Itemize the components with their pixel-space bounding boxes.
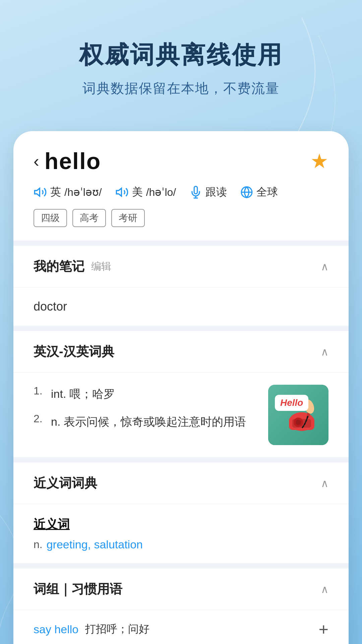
word-header: ‹ hello ★ 英 /həˈləʊ/ [13, 131, 349, 240]
dictionary-header[interactable]: 英汉-汉英词典 ∧ [13, 331, 349, 373]
follow-read-button[interactable]: 跟读 [189, 185, 227, 200]
dict-def-2: n. 表示问候，惊奇或唤起注意时的用语 [51, 413, 246, 431]
global-button[interactable]: 全球 [240, 185, 278, 200]
phrases-section: 词组｜习惯用语 ∧ say hello 打招呼；问好 + hello every… [13, 569, 349, 644]
dict-num-1: 1. [34, 385, 47, 397]
tags-row: 四级 高考 考研 [34, 209, 328, 227]
notes-body: doctor [13, 287, 349, 326]
tag-gaokao: 高考 [72, 209, 106, 227]
synonyms-chevron: ∧ [321, 477, 328, 490]
synonyms-section: 近义词词典 ∧ 近义词 n. greeting, salutation [13, 463, 349, 563]
american-phonetic: /həˈlo/ [146, 186, 176, 199]
synonyms-header[interactable]: 近义词词典 ∧ [13, 463, 349, 504]
speaker-icon-british [34, 185, 47, 199]
back-button[interactable]: ‹ [34, 153, 39, 169]
synonyms-group-label: 近义词 [34, 516, 328, 533]
american-label: 美 [132, 185, 143, 200]
global-label: 全球 [256, 185, 278, 200]
notes-title: 我的笔记 [34, 258, 84, 275]
dictionary-chevron: ∧ [321, 345, 328, 358]
mic-icon [189, 186, 202, 199]
phrases-chevron: ∧ [321, 583, 328, 596]
notes-edit-button[interactable]: 编辑 [91, 260, 111, 273]
my-notes-section: 我的笔记 编辑 ∧ doctor [13, 246, 349, 326]
svg-point-9 [296, 420, 301, 425]
phrase-left-1: say hello 打招呼；问好 [34, 622, 319, 637]
word-display: hello [45, 148, 101, 174]
synonyms-words: greeting, salutation [47, 538, 143, 551]
tag-kaoyan: 考研 [111, 209, 145, 227]
svg-marker-0 [35, 189, 40, 196]
dict-definitions: 1. int. 喂；哈罗 2. n. 表示问候，惊奇或唤起注意时的用语 [34, 385, 258, 445]
speaker-icon-american [115, 185, 129, 199]
phrase-add-button[interactable]: + [319, 620, 328, 639]
synonyms-title: 近义词词典 [34, 475, 97, 492]
synonyms-pos: n. [34, 538, 43, 551]
sub-title: 词典数据保留在本地，不费流量 [20, 79, 342, 98]
dictionary-content: 1. int. 喂；哈罗 2. n. 表示问候，惊奇或唤起注意时的用语 Hell… [13, 373, 349, 457]
phrase-word-1: say hello [34, 623, 78, 636]
top-section: 权威词典离线使用 词典数据保留在本地，不费流量 [0, 0, 362, 118]
synonyms-row: n. greeting, salutation [34, 538, 328, 551]
synonyms-body: 近义词 n. greeting, salutation [13, 504, 349, 563]
hello-badge: Hello [275, 395, 308, 411]
phrase-item-say-hello: say hello 打招呼；问好 + [13, 610, 349, 644]
dict-item-2: 2. n. 表示问候，惊奇或唤起注意时的用语 [34, 413, 258, 431]
british-phonetic: /həˈləʊ/ [64, 186, 102, 199]
word-left: ‹ hello [34, 148, 101, 174]
tag-level4: 四级 [34, 209, 67, 227]
dictionary-image: Hello [268, 385, 328, 445]
british-label: 英 [50, 185, 61, 200]
dictionary-card: ‹ hello ★ 英 /həˈləʊ/ [13, 131, 349, 644]
dictionary-title: 英汉-汉英词典 [34, 343, 114, 360]
phrases-header[interactable]: 词组｜习惯用语 ∧ [13, 569, 349, 610]
global-icon [240, 186, 253, 199]
dict-num-2: 2. [34, 413, 47, 425]
hello-image-inner: Hello [268, 385, 328, 445]
my-notes-header[interactable]: 我的笔记 编辑 ∧ [13, 246, 349, 287]
dict-def-1: int. 喂；哈罗 [51, 385, 115, 403]
note-content: doctor [34, 300, 328, 314]
phrase-meaning-1: 打招呼；问好 [85, 622, 149, 637]
svg-marker-1 [116, 189, 121, 196]
dictionary-section: 英汉-汉英词典 ∧ 1. int. 喂；哈罗 2. n. 表示问候，惊奇或唤起注… [13, 331, 349, 457]
favorite-star[interactable]: ★ [310, 149, 328, 173]
main-title: 权威词典离线使用 [20, 40, 342, 69]
notes-title-row: 我的笔记 编辑 [34, 258, 111, 275]
dict-item-1: 1. int. 喂；哈罗 [34, 385, 258, 403]
british-pron[interactable]: 英 /həˈləʊ/ [34, 185, 102, 200]
pronunciation-row: 英 /həˈləʊ/ 美 /həˈlo/ 跟读 [34, 185, 328, 200]
follow-read-label: 跟读 [205, 185, 227, 200]
notes-chevron: ∧ [321, 260, 328, 273]
american-pron[interactable]: 美 /həˈlo/ [115, 185, 176, 200]
phrases-title: 词组｜习惯用语 [34, 581, 122, 598]
word-row: ‹ hello ★ [34, 148, 328, 174]
